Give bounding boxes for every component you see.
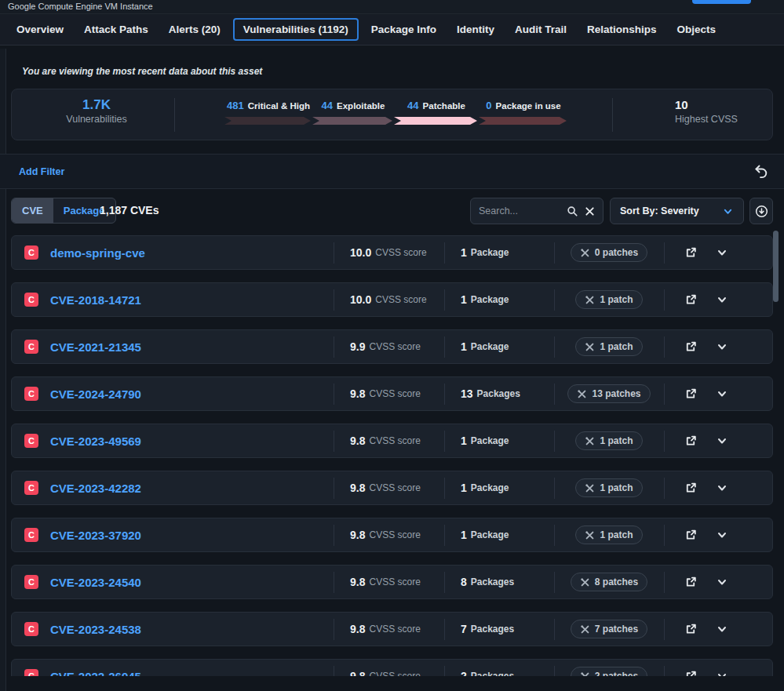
tab-overview[interactable]: Overview (6, 18, 74, 41)
tab-objects[interactable]: Objects (667, 18, 727, 41)
column-divider (334, 572, 334, 593)
open-in-new-icon[interactable] (684, 435, 697, 447)
stat-package-in-use: 0Package in use (479, 100, 568, 125)
expand-chevron-icon[interactable] (716, 246, 728, 259)
cve-row[interactable]: C CVE-2021-21345 9.9 CVSS score 1 Packag… (11, 329, 773, 364)
package-count-label: Packages (477, 388, 520, 399)
cvss-score-value: 10.0 (350, 246, 371, 259)
open-in-new-icon[interactable] (684, 293, 697, 306)
cve-row[interactable]: C CVE-2023-24538 9.8 CVSS score 7 Packag… (11, 612, 773, 646)
tools-icon (585, 342, 595, 352)
patches-label: 1 patch (600, 529, 633, 540)
patches-pill[interactable]: 2 patches (571, 667, 647, 676)
cvss-score-label: CVSS score (369, 388, 420, 399)
patches-label: 7 patches (595, 624, 638, 635)
patches-pill[interactable]: 1 patch (575, 337, 642, 356)
expand-chevron-icon[interactable] (716, 435, 728, 447)
search-input[interactable] (479, 205, 560, 216)
tab-vulnerabilities[interactable]: Vulnerabilities (1192) (233, 18, 359, 41)
cve-link[interactable]: CVE-2023-49569 (50, 435, 141, 448)
add-filter-button[interactable]: Add Filter (19, 155, 64, 189)
cve-link[interactable]: CVE-2023-24540 (50, 576, 141, 589)
patches-pill[interactable]: 1 patch (575, 290, 642, 309)
cve-row[interactable]: C CVE-2023-37920 9.8 CVSS score 1 Packag… (11, 518, 773, 552)
expand-chevron-icon[interactable] (716, 293, 728, 306)
cve-row[interactable]: C demo-spring-cve 10.0 CVSS score 1 Pack… (11, 235, 773, 270)
sort-label: Sort By: Severity (620, 205, 722, 216)
search-icon[interactable] (567, 205, 578, 217)
column-divider (444, 572, 445, 593)
cve-row[interactable]: C CVE-2023-24540 9.8 CVSS score 8 Packag… (11, 565, 773, 599)
sort-dropdown[interactable]: Sort By: Severity (610, 198, 744, 224)
column-divider (334, 384, 334, 405)
patches-pill[interactable]: 7 patches (571, 620, 647, 638)
patches-label: 1 patch (600, 341, 633, 352)
cve-row[interactable]: C CVE-2023-49569 9.8 CVSS score 1 Packag… (11, 424, 773, 458)
total-vulnerabilities: 1.7K Vulnerabilities (38, 97, 155, 125)
expand-chevron-icon[interactable] (716, 670, 728, 676)
cve-link[interactable]: CVE-2023-42282 (50, 482, 141, 495)
open-in-new-icon[interactable] (684, 340, 697, 353)
column-divider (664, 289, 665, 311)
expand-chevron-icon[interactable] (716, 387, 728, 400)
download-button[interactable] (749, 198, 773, 224)
recent-data-banner: You are viewing the most recent data abo… (22, 66, 262, 77)
patches-pill[interactable]: 0 patches (571, 243, 647, 262)
cve-link[interactable]: CVE-2021-21345 (50, 340, 141, 354)
clear-search-icon[interactable] (585, 206, 595, 216)
cve-row[interactable]: C CVE-2024-24790 9.8 CVSS score 13 Packa… (11, 376, 773, 411)
stat-value: 44 (407, 100, 418, 111)
patches-pill[interactable]: 8 patches (571, 573, 647, 591)
cve-link[interactable]: CVE-2018-14721 (50, 293, 141, 307)
cve-link[interactable]: CVE-2022-26945 (50, 670, 141, 677)
package-count-value: 1 (461, 246, 467, 259)
tab-bar: Overview Attack Paths Alerts (20) Vulner… (0, 14, 784, 45)
tab-audit-trail[interactable]: Audit Trail (505, 18, 577, 41)
expand-chevron-icon[interactable] (716, 576, 728, 588)
patches-pill[interactable]: 1 patch (575, 478, 642, 497)
column-divider (444, 478, 445, 499)
cve-link[interactable]: CVE-2024-24790 (50, 387, 141, 401)
cve-link[interactable]: demo-spring-cve (50, 246, 145, 260)
funnel-bar-package-in-use (479, 117, 567, 125)
tab-alerts[interactable]: Alerts (20) (159, 18, 231, 41)
patches-pill[interactable]: 13 patches (567, 384, 650, 403)
tab-relationships[interactable]: Relationships (577, 18, 667, 41)
primary-action-button-cropped[interactable] (692, 0, 751, 4)
cve-row[interactable]: C CVE-2023-42282 9.8 CVSS score 1 Packag… (11, 471, 773, 505)
cve-link[interactable]: CVE-2023-24538 (50, 623, 141, 636)
column-divider (444, 336, 445, 358)
patches-pill[interactable]: 1 patch (575, 526, 642, 544)
cve-row[interactable]: C CVE-2022-26945 9.8 CVSS score 2 Packag… (11, 659, 773, 676)
reset-filters-icon[interactable] (753, 164, 768, 180)
search-box[interactable] (470, 198, 603, 224)
open-in-new-icon[interactable] (684, 623, 697, 635)
open-in-new-icon[interactable] (684, 387, 697, 400)
tab-attack-paths[interactable]: Attack Paths (74, 18, 159, 41)
open-in-new-icon[interactable] (684, 576, 697, 588)
column-divider (444, 619, 445, 640)
open-in-new-icon[interactable] (684, 529, 697, 541)
column-divider (444, 384, 445, 405)
column-divider (554, 572, 555, 593)
cvss-column: 9.8 CVSS score (334, 613, 444, 646)
package-count-value: 1 (461, 340, 467, 353)
open-in-new-icon[interactable] (684, 482, 697, 494)
open-in-new-icon[interactable] (684, 670, 697, 676)
expand-chevron-icon[interactable] (716, 623, 728, 635)
tab-package-info[interactable]: Package Info (361, 18, 447, 41)
cve-row[interactable]: C CVE-2018-14721 10.0 CVSS score 1 Packa… (11, 282, 773, 317)
list-scrollbar-thumb[interactable] (773, 231, 779, 302)
packages-column: 1 Package (444, 518, 554, 551)
severity-badge-critical: C (24, 293, 38, 307)
expand-chevron-icon[interactable] (716, 482, 728, 494)
toggle-cve[interactable]: CVE (12, 198, 53, 223)
patches-pill[interactable]: 1 patch (575, 431, 642, 450)
left-edge-strip (0, 49, 6, 691)
expand-chevron-icon[interactable] (716, 529, 728, 541)
package-count-label: Package (471, 294, 509, 305)
open-in-new-icon[interactable] (684, 246, 697, 259)
expand-chevron-icon[interactable] (716, 340, 728, 353)
tab-identity[interactable]: Identity (447, 18, 505, 41)
cve-link[interactable]: CVE-2023-37920 (50, 529, 141, 542)
